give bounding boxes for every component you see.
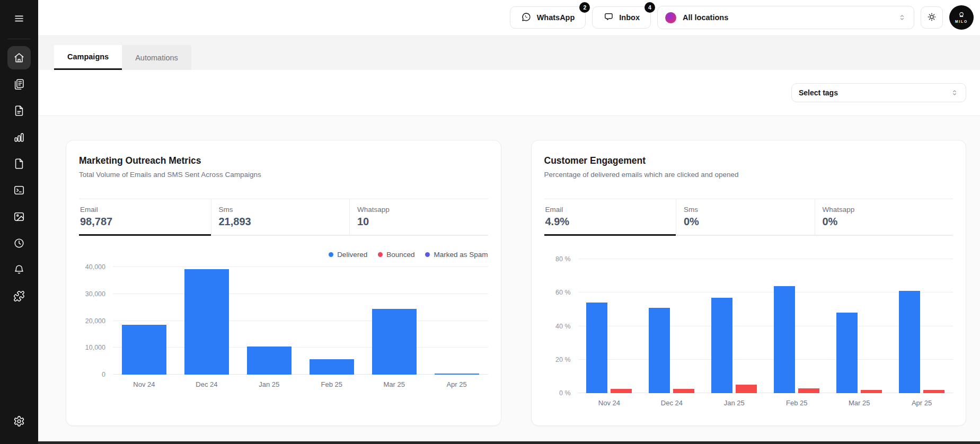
terminal-icon [13,184,25,196]
stat-tab-email[interactable]: Email4.9% [544,199,676,235]
sidebar-item-terminal[interactable] [7,179,31,202]
sidebar-item-analytics[interactable] [7,126,31,149]
sidebar [0,0,38,444]
bar-opened[interactable] [899,291,920,393]
bar-opened[interactable] [649,308,670,393]
image-icon [13,211,25,223]
legend-item-bounced: Bounced [378,251,414,259]
bar-opened[interactable] [586,303,607,393]
bar-chart-icon [13,131,25,143]
bar-group-nov-24 [578,259,641,393]
bar-delivered[interactable] [184,269,229,375]
bar-group-nov-24 [113,267,175,375]
x-axis-label: Mar 25 [828,399,890,407]
location-avatar [665,12,676,23]
sidebar-item-media[interactable] [7,205,31,228]
legend-dot [329,252,333,257]
y-axis-label: 0 [102,371,105,378]
bar-group-jan-25 [703,259,765,393]
bar-clicked[interactable] [798,388,819,394]
bar-group-mar-25 [828,259,890,393]
top-header: WhatsApp 2 Inbox 4 All locations [38,0,980,35]
bar-delivered[interactable] [310,359,354,375]
card-customer-engagement: Customer Engagement Percentage of delive… [531,140,967,426]
bar-clicked[interactable] [673,389,694,393]
user-avatar[interactable]: MILO [949,5,974,30]
bar-opened[interactable] [836,313,858,393]
stat-label: Email [80,206,211,214]
sidebar-item-home[interactable] [7,46,31,69]
tab-bar: Campaigns Automations [38,35,980,70]
x-axis-label: Mar 25 [363,380,426,388]
bar-delivered[interactable] [435,374,479,375]
plot-area [578,259,953,393]
bar-group-jan-25 [238,267,301,375]
inbox-badge: 4 [644,2,655,13]
bar-group-apr-25 [426,267,488,375]
stat-value: 0% [684,216,815,228]
location-select[interactable]: All locations [657,6,914,29]
bar-delivered[interactable] [122,325,166,375]
card-subtitle: Percentage of delivered emails which are… [544,171,953,179]
y-axis-label: 60 % [555,289,571,296]
bar-clicked[interactable] [923,390,944,393]
inbox-button[interactable]: Inbox 4 [592,6,651,29]
bar-group-feb-25 [301,267,363,375]
tab-automations[interactable]: Automations [122,45,191,70]
theme-toggle-button[interactable] [921,6,943,29]
stat-tab-sms[interactable]: Sms21,893 [211,199,350,235]
chat-bubble-icon [603,12,614,24]
x-axis: Nov 24Dec 24Jan 25Feb 25Mar 25Apr 25 [113,380,488,388]
stat-tab-email[interactable]: Email98,787 [79,199,211,235]
card-subtitle: Total Volume of Emails and SMS Sent Acro… [79,171,488,179]
gear-icon [13,415,25,429]
x-axis-label: Feb 25 [301,380,363,388]
whatsapp-button-label: WhatsApp [537,13,575,22]
y-axis-label: 40 % [555,323,571,330]
avatar-text: MILO [955,20,968,23]
y-axis-label: 20,000 [85,317,105,325]
bar-delivered[interactable] [372,309,417,375]
legend-item-delivered: Delivered [329,251,367,259]
hamburger-menu-button[interactable] [7,8,31,31]
file-icon [13,158,25,170]
stat-tab-whatsapp[interactable]: Whatsapp0% [815,199,953,235]
stat-value: 98,787 [80,216,211,228]
y-axis-label: 30,000 [85,290,105,298]
bar-group-dec-24 [175,267,238,375]
sidebar-item-settings[interactable] [7,411,31,434]
x-axis-label: Nov 24 [578,399,641,407]
stat-value: 21,893 [219,216,350,228]
sidebar-item-page[interactable] [7,152,31,175]
sidebar-item-notifications[interactable] [7,258,31,281]
legend-label: Bounced [386,251,414,259]
chevron-updown-icon [950,88,959,97]
sidebar-item-integrations[interactable] [7,285,31,308]
whatsapp-button[interactable]: WhatsApp 2 [510,6,586,29]
dashboard-content: Marketing Outreach Metrics Total Volume … [38,116,980,444]
x-axis-label: Nov 24 [113,380,175,388]
sidebar-item-file-text[interactable] [7,99,31,122]
stat-value: 10 [357,216,488,228]
chevron-updown-icon [898,13,906,22]
whatsapp-badge: 2 [579,2,590,13]
stat-tab-sms[interactable]: Sms0% [676,199,815,235]
chart-legend: DeliveredBouncedMarked as Spam [79,251,488,259]
stat-tab-whatsapp[interactable]: Whatsapp10 [349,199,488,235]
bar-clicked[interactable] [861,390,882,393]
bar-group-dec-24 [640,259,703,393]
bar-opened[interactable] [774,286,795,393]
y-axis-label: 40,000 [85,263,105,271]
bar-clicked[interactable] [736,385,757,393]
sidebar-item-history[interactable] [7,232,31,255]
x-axis-label: Dec 24 [175,380,238,388]
x-axis-label: Jan 25 [703,399,765,407]
bar-opened[interactable] [711,298,732,393]
sidebar-item-clipboard[interactable] [7,73,31,96]
bar-clicked[interactable] [611,389,632,393]
tab-campaigns[interactable]: Campaigns [54,45,122,70]
bar-delivered[interactable] [247,347,292,375]
x-axis-label: Apr 25 [890,399,953,407]
card-marketing-outreach: Marketing Outreach Metrics Total Volume … [66,140,501,426]
select-tags-dropdown[interactable]: Select tags [791,83,966,102]
